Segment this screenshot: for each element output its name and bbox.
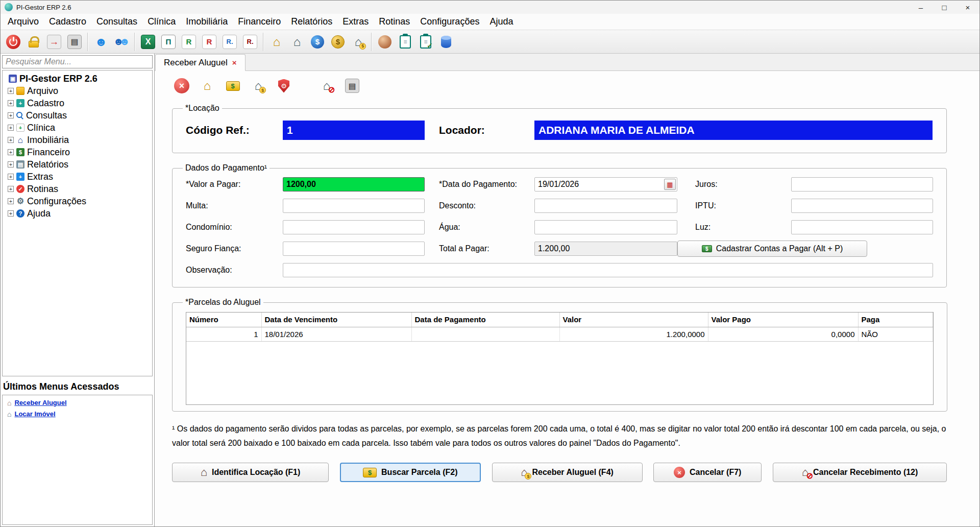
user-button[interactable]: ☻ bbox=[91, 32, 111, 52]
expander-icon[interactable]: + bbox=[8, 186, 14, 192]
menu-relatorios[interactable]: Relatórios bbox=[286, 15, 337, 28]
menu-rotinas[interactable]: Rotinas bbox=[374, 15, 415, 28]
sidebar-item-configuracoes[interactable]: + ⚙ Configurações bbox=[4, 195, 151, 207]
agua-input[interactable] bbox=[534, 220, 677, 234]
print-button[interactable]: ▤ bbox=[64, 32, 85, 52]
logout-button[interactable]: → bbox=[44, 32, 64, 52]
recent-item-receber-aluguel[interactable]: ⌂ Receber Aluguel bbox=[7, 399, 148, 406]
tab-close-icon[interactable]: × bbox=[232, 58, 237, 67]
condominio-input[interactable] bbox=[283, 220, 425, 234]
expander-icon[interactable]: + bbox=[8, 100, 14, 106]
database-button[interactable] bbox=[436, 32, 456, 52]
col-numero[interactable]: Número bbox=[186, 313, 261, 327]
excel-export-button[interactable]: X bbox=[138, 32, 158, 52]
desconto-input[interactable] bbox=[534, 199, 677, 213]
report-blue-button[interactable]: R. bbox=[219, 32, 240, 52]
table-row[interactable]: 1 18/01/2026 1.200,0000 0,0000 NÃO bbox=[186, 327, 933, 341]
multa-input[interactable] bbox=[283, 199, 425, 213]
receber-aluguel-icon-button[interactable]: ⌂$ bbox=[249, 76, 268, 95]
iptu-input[interactable] bbox=[791, 199, 933, 213]
recent-item-locar-imovel[interactable]: ⌂ Locar Imóvel bbox=[7, 410, 148, 418]
expander-icon[interactable]: + bbox=[8, 161, 14, 167]
menu-extras[interactable]: Extras bbox=[337, 15, 374, 28]
report-green-button[interactable]: R bbox=[179, 32, 199, 52]
sidebar-item-financeiro[interactable]: + $ Financeiro bbox=[4, 146, 151, 158]
cell-data-pagamento[interactable] bbox=[411, 327, 559, 341]
cancelar-button[interactable]: × Cancelar (F7) bbox=[653, 463, 762, 482]
juros-input[interactable] bbox=[791, 177, 933, 191]
menu-configuracoes[interactable]: Configurações bbox=[415, 15, 484, 28]
expander-icon[interactable]: + bbox=[8, 210, 14, 217]
menu-imobiliaria[interactable]: Imobiliária bbox=[181, 15, 233, 28]
buscar-parcela-icon-button[interactable]: $ bbox=[223, 76, 242, 95]
expander-icon[interactable]: + bbox=[8, 137, 14, 143]
cell-paga[interactable]: NÃO bbox=[858, 327, 933, 341]
expander-icon[interactable]: + bbox=[8, 88, 14, 94]
dollar-button[interactable]: $ bbox=[307, 32, 328, 52]
report-darkred-button[interactable]: R. bbox=[240, 32, 260, 52]
cell-valor[interactable]: 1.200,0000 bbox=[559, 327, 708, 341]
maximize-button[interactable]: □ bbox=[933, 1, 956, 14]
cell-numero[interactable]: 1 bbox=[186, 327, 261, 341]
menu-search-input[interactable] bbox=[2, 55, 153, 68]
sidebar-item-clinica[interactable]: + + Clínica bbox=[4, 122, 151, 134]
menu-ajuda[interactable]: Ajuda bbox=[484, 15, 518, 28]
expander-icon[interactable]: + bbox=[8, 198, 14, 204]
valor-a-pagar-input[interactable] bbox=[283, 177, 425, 191]
col-data-vencimento[interactable]: Data de Vencimento bbox=[261, 313, 411, 327]
identifica-locacao-button[interactable]: ⌂ Identifica Locação (F1) bbox=[172, 463, 329, 482]
imoveis-button[interactable]: ⌂ bbox=[266, 32, 287, 52]
locador-value[interactable]: ADRIANA MARIA DE ALMEIDA bbox=[534, 121, 933, 140]
lock-button[interactable] bbox=[23, 32, 44, 52]
cancelar-recebimento-button[interactable]: ⌂⊘ Cancelar Recebimento (12) bbox=[773, 463, 947, 482]
sidebar-item-ajuda[interactable]: + ? Ajuda bbox=[4, 207, 151, 220]
cell-data-vencimento[interactable]: 18/01/2026 bbox=[261, 327, 411, 341]
house-money-button[interactable]: ⌂$ bbox=[348, 32, 369, 52]
luz-input[interactable] bbox=[791, 220, 933, 234]
seguro-fianca-input[interactable] bbox=[283, 242, 425, 256]
recent-item-label[interactable]: Receber Aluguel bbox=[14, 399, 66, 406]
sidebar-item-consultas[interactable]: + Consultas bbox=[4, 109, 151, 122]
clipboard-check-button[interactable]: ≡✓ bbox=[415, 32, 436, 52]
col-paga[interactable]: Paga bbox=[858, 313, 933, 327]
col-data-pagamento[interactable]: Data de Pagamento bbox=[411, 313, 559, 327]
minimize-button[interactable]: – bbox=[909, 1, 933, 14]
bank-button[interactable]: Π bbox=[158, 32, 179, 52]
sidebar-item-cadastro[interactable]: + + Cadastro bbox=[4, 97, 151, 109]
menu-cadastro[interactable]: Cadastro bbox=[44, 15, 91, 28]
users-button[interactable]: ☻☻ bbox=[111, 32, 132, 52]
close-screen-button[interactable]: × bbox=[172, 76, 191, 95]
globe-button[interactable] bbox=[375, 32, 395, 52]
col-valor[interactable]: Valor bbox=[559, 313, 708, 327]
sidebar-item-arquivo[interactable]: + Arquivo bbox=[4, 85, 151, 97]
cancelar-recebimento-icon-button[interactable]: ⌂⊘ bbox=[317, 76, 336, 95]
clipboard-button[interactable]: ≡ bbox=[395, 32, 415, 52]
identifica-locacao-icon-button[interactable]: ⌂ bbox=[198, 76, 217, 95]
menu-clinica[interactable]: Clínica bbox=[142, 15, 181, 28]
imprimir-button[interactable]: ▤ bbox=[342, 76, 362, 95]
cadastrar-contas-button[interactable]: $ Cadastrar Contas a Pagar (Alt + P) bbox=[677, 241, 867, 257]
close-button[interactable]: × bbox=[956, 1, 979, 14]
expander-icon[interactable]: + bbox=[8, 112, 14, 118]
tree-root[interactable]: ▣ PI-Gestor ERP 2.6 bbox=[4, 73, 151, 85]
observacao-input[interactable] bbox=[283, 263, 933, 277]
cell-valor-pago[interactable]: 0,0000 bbox=[708, 327, 858, 341]
calendar-button[interactable]: ▦ bbox=[664, 179, 676, 190]
coins-button[interactable]: $ bbox=[328, 32, 348, 52]
menu-financeiro[interactable]: Financeiro bbox=[233, 15, 286, 28]
imobiliaria-button[interactable]: ⌂ bbox=[287, 32, 307, 52]
recent-item-label[interactable]: Locar Imóvel bbox=[14, 410, 55, 418]
menu-consultas[interactable]: Consultas bbox=[91, 15, 142, 28]
tab-receber-aluguel[interactable]: Receber Aluguel × bbox=[155, 54, 246, 71]
buscar-parcela-button[interactable]: $ Buscar Parcela (F2) bbox=[340, 463, 481, 482]
expander-icon[interactable]: + bbox=[8, 149, 14, 155]
expander-icon[interactable]: + bbox=[8, 174, 14, 180]
report-red-button[interactable]: R bbox=[199, 32, 219, 52]
menu-arquivo[interactable]: Arquivo bbox=[3, 15, 44, 28]
data-pagamento-input[interactable] bbox=[534, 177, 677, 191]
codigo-ref-value[interactable]: 1 bbox=[283, 121, 425, 140]
seguranca-icon-button[interactable]: ⚙ bbox=[274, 76, 293, 95]
power-off-button[interactable] bbox=[3, 32, 23, 52]
receber-aluguel-button[interactable]: ⌂$ Receber Aluguel (F4) bbox=[492, 463, 643, 482]
sidebar-item-extras[interactable]: + + Extras bbox=[4, 171, 151, 183]
